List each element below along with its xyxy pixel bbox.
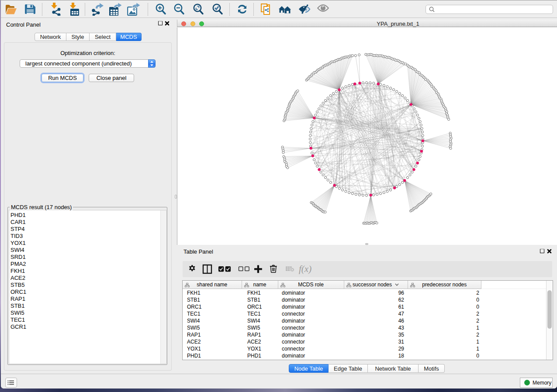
svg-text:f(x): f(x) (299, 264, 311, 274)
